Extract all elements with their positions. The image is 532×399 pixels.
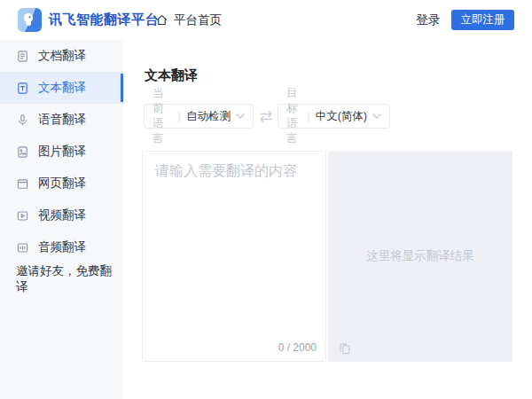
char-counter: 0 / 2000	[278, 341, 317, 354]
chat-bubble-logo-icon	[18, 8, 42, 32]
top-header: 讯飞智能翻译平台 平台首页 登录 立即注册	[0, 0, 532, 40]
audio-translate-icon	[16, 241, 29, 254]
sidebar-item-webpage-translate[interactable]: 网页翻译	[0, 168, 123, 200]
swap-arrows-icon[interactable]	[254, 104, 278, 129]
sidebar-item-audio-translate[interactable]: 音频翻译	[0, 231, 123, 263]
logo-link[interactable]: 讯飞智能翻译平台	[18, 8, 159, 32]
output-placeholder-text: 这里将显示翻译结果	[366, 248, 474, 264]
separator: |	[178, 110, 181, 122]
register-button[interactable]: 立即注册	[451, 10, 514, 30]
sidebar-item-label: 图片翻译	[38, 144, 86, 160]
image-translate-icon	[16, 145, 29, 159]
sidebar-item-label: 音频翻译	[38, 239, 86, 255]
sidebar-item-label: 文本翻译	[38, 80, 86, 96]
target-language-value: 中文(简体)	[316, 109, 367, 124]
sidebar-item-voice-translate[interactable]: 语音翻译	[0, 104, 123, 136]
logo-text: 讯飞智能翻译平台	[49, 12, 159, 28]
translation-output-panel: 这里将显示翻译结果	[328, 151, 512, 362]
home-link-label: 平台首页	[174, 12, 222, 28]
login-link[interactable]: 登录	[416, 0, 441, 40]
sidebar-item-label: 文档翻译	[38, 48, 86, 64]
text-translate-icon	[16, 82, 29, 95]
sidebar-item-label: 网页翻译	[38, 176, 86, 192]
home-icon	[155, 13, 168, 27]
sidebar-item-label: 视频翻译	[38, 207, 86, 223]
source-language-prefix: 当前语言	[153, 86, 173, 146]
home-link[interactable]: 平台首页	[155, 0, 222, 40]
sidebar-item-label: 语音翻译	[38, 112, 86, 128]
source-language-value: 自动检测	[186, 109, 231, 124]
voice-translate-icon	[16, 113, 29, 127]
webpage-translate-icon	[16, 177, 29, 191]
target-language-prefix: 目标语言	[286, 86, 301, 146]
invite-friends-link[interactable]: 邀请好友，免费翻译	[0, 263, 123, 295]
separator: |	[307, 110, 309, 122]
sidebar-item-document-translate[interactable]: 文档翻译	[0, 40, 123, 72]
copy-icon[interactable]	[339, 342, 351, 355]
page-title: 文本翻译	[145, 67, 198, 84]
sidebar: 文档翻译 文本翻译 语音翻译 图片翻译 网页翻译	[0, 40, 123, 399]
video-translate-icon	[16, 209, 29, 223]
document-translate-icon	[16, 50, 29, 63]
source-text-panel: 0 / 2000	[142, 151, 326, 362]
active-indicator-bar	[121, 74, 123, 102]
sidebar-item-text-translate[interactable]: 文本翻译	[0, 72, 123, 104]
target-language-select[interactable]: 目标语言 | 中文(简体)	[278, 104, 390, 129]
sidebar-item-image-translate[interactable]: 图片翻译	[0, 136, 123, 168]
chevron-down-icon	[236, 113, 245, 119]
translation-page: 讯飞智能翻译平台 平台首页 登录 立即注册 文档翻译 文本翻译	[0, 0, 532, 399]
source-text-input[interactable]	[143, 152, 325, 333]
source-language-select[interactable]: 当前语言 | 自动检测	[144, 104, 254, 129]
sidebar-item-video-translate[interactable]: 视频翻译	[0, 200, 123, 231]
chevron-down-icon	[372, 113, 381, 119]
